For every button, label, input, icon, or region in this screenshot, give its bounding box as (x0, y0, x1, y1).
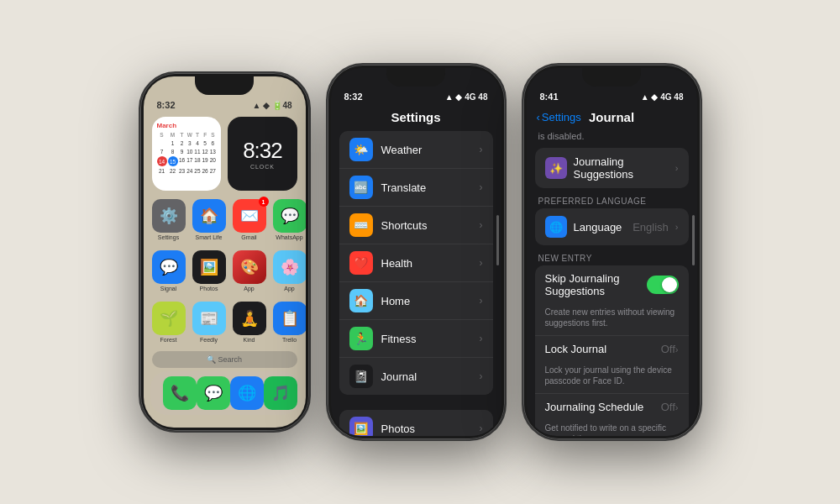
journal-section-1: ✨ Journaling Suggestions › (535, 148, 689, 188)
phone-2-screen: 8:32 ▲ ◆ 4G 48 Settings 🌤️ Weather › 🔤 (331, 68, 501, 436)
time-2: 8:32 (344, 92, 363, 102)
settings-row-translate[interactable]: 🔤 Translate › (339, 169, 493, 207)
status-icons-2: ▲ ◆ 4G 48 (445, 92, 488, 102)
fitness-label: Fitness (381, 333, 471, 345)
phone-3-screen: 8:41 ▲ ◆ 4G 48 ‹ Settings Journal is dis… (527, 68, 697, 436)
dock-messages-icon: 💬 (197, 376, 230, 410)
cal-col-s: S (157, 131, 167, 139)
settings-group-1: 🌤️ Weather › 🔤 Translate › ⌨️ Shortcuts … (339, 131, 493, 395)
app-forest-icon: 🌱 (152, 302, 186, 335)
app-art-icon: 🎨 (233, 250, 266, 284)
settings-row-shortcuts[interactable]: ⌨️ Shortcuts › (339, 207, 493, 244)
language-row[interactable]: 🌐 Language English › (535, 208, 689, 245)
lock-journal-value: Off (661, 343, 675, 355)
home-icon: 🏠 (349, 289, 373, 312)
journaling-schedule-sublabel: Get notified to write on a specific day … (545, 420, 679, 436)
health-icon: ❤️ (349, 251, 373, 275)
phone-1: 8:32 ▲ ◆ 🔋48 March S (139, 71, 311, 433)
app-grid-row3: 🌱 Forest 📰 Feedly 🧘 Kind 📋 Trello (144, 297, 306, 348)
health-label: Health (381, 257, 471, 270)
notch-3 (582, 68, 641, 87)
weather-label: Weather (381, 144, 471, 156)
shortcuts-icon: ⌨️ (349, 213, 373, 237)
translate-label: Translate (381, 181, 471, 194)
journaling-suggestions-icon: ✨ (545, 157, 567, 179)
app-kind[interactable]: 🧘 Kind (233, 302, 266, 343)
skip-suggestions-sublabel: Create new entries without viewing sugge… (545, 304, 679, 328)
journal-screen: 8:41 ▲ ◆ 4G 48 ‹ Settings Journal is dis… (527, 68, 697, 436)
language-label: Language (574, 221, 627, 234)
journaling-suggestions-row[interactable]: ✨ Journaling Suggestions › (535, 148, 689, 188)
photos-label: Photos (381, 423, 471, 435)
dock-messages[interactable]: 💬 (197, 376, 230, 410)
app-kind-icon: 🧘 (233, 302, 266, 335)
cal-col-t: T (179, 131, 186, 139)
back-arrow-icon: ‹ (537, 111, 540, 123)
settings-row-photos[interactable]: 🖼️ Photos › (339, 410, 493, 436)
phone-3: 8:41 ▲ ◆ 4G 48 ‹ Settings Journal is dis… (522, 63, 702, 441)
cal-col-f: F (202, 131, 208, 139)
settings-row-health[interactable]: ❤️ Health › (339, 244, 493, 282)
settings-group-2: 🖼️ Photos › 📷 Camera › 🎙️ Podcasts › (339, 410, 493, 436)
calendar-header: March (157, 122, 217, 129)
clock-label: Clock (250, 164, 275, 170)
app-photos-icon: 🖼️ (192, 250, 226, 284)
shortcuts-chevron: › (480, 219, 483, 231)
time-3: 8:41 (540, 92, 559, 102)
search-text: Search (218, 355, 242, 364)
new-entry-label: NEW ENTRY (527, 249, 697, 265)
app-gmail[interactable]: ✉️ 1 Gmail (233, 199, 266, 240)
journaling-schedule-row: Journaling Schedule Off › Get notified t… (535, 394, 689, 436)
language-chevron: › (675, 222, 679, 232)
app-forest[interactable]: 🌱 Forest (152, 302, 186, 343)
journal-chevron: › (480, 370, 483, 382)
app-signal[interactable]: 💬 Signal (152, 250, 186, 291)
calendar-month: March (157, 122, 177, 129)
back-button[interactable]: ‹ Settings (537, 111, 581, 123)
search-bar[interactable]: 🔍 Search (152, 351, 297, 368)
phones-container: 8:32 ▲ ◆ 🔋48 March S (130, 55, 711, 449)
app-grid-row2: 💬 Signal 🖼️ Photos 🎨 App 🌸 App (144, 245, 306, 297)
cal-col-w: W (186, 131, 193, 139)
app-smart-life-icon: 🏠 (192, 199, 226, 233)
dock-safari[interactable]: 🌐 (230, 376, 264, 410)
app-signal-icon: 💬 (152, 250, 186, 284)
clock-widget[interactable]: 8:32 Clock (228, 117, 297, 191)
translate-chevron: › (480, 181, 483, 193)
journal-label: Journal (381, 370, 471, 383)
settings-row-fitness[interactable]: 🏃 Fitness › (339, 320, 493, 358)
clock-time: 8:32 (243, 138, 282, 164)
app-photos[interactable]: 🖼️ Photos (192, 250, 226, 291)
app-settings[interactable]: ⚙️ Settings (152, 199, 186, 240)
photos-chevron: › (480, 423, 483, 434)
dock-phone[interactable]: 📞 (163, 376, 197, 410)
skip-suggestions-toggle[interactable] (647, 276, 679, 294)
app-flower[interactable]: 🌸 App (273, 250, 306, 291)
skip-suggestions-row: Skip Journaling Suggestions Create new e… (535, 265, 689, 336)
home-chevron: › (480, 295, 483, 307)
settings-row-weather[interactable]: 🌤️ Weather › (339, 131, 493, 169)
journaling-suggestions-chevron: › (675, 163, 679, 173)
cal-col-t2: T (194, 131, 201, 139)
health-chevron: › (480, 257, 483, 269)
lock-journal-chevron: › (675, 344, 679, 354)
app-settings-icon: ⚙️ (152, 199, 186, 233)
journaling-schedule-value: Off (661, 401, 675, 413)
home-screen: 8:32 ▲ ◆ 🔋48 March S (144, 76, 306, 415)
app-whatsapp[interactable]: 💬 WhatsApp (273, 199, 306, 240)
settings-row-home[interactable]: 🏠 Home › (339, 282, 493, 320)
dock-spotify[interactable]: 🎵 (264, 376, 297, 410)
widget-row: March S M T W T F S 1 2 (144, 113, 306, 194)
calendar-widget[interactable]: March S M T W T F S 1 2 (152, 117, 222, 191)
app-smart-life[interactable]: 🏠 Smart Life (192, 199, 226, 240)
weather-icon: 🌤️ (349, 138, 373, 161)
settings-row-journal[interactable]: 📓 Journal › (339, 358, 493, 395)
calendar-grid: S M T W T F S 1 2 3 4 5 (157, 131, 217, 175)
app-trello[interactable]: 📋 Trello (273, 302, 306, 343)
dock-spotify-icon: 🎵 (264, 376, 297, 410)
phone-2: 8:32 ▲ ◆ 4G 48 Settings 🌤️ Weather › 🔤 (326, 63, 507, 441)
app-feedly[interactable]: 📰 Feedly (192, 302, 226, 343)
fitness-icon: 🏃 (349, 327, 373, 350)
app-art[interactable]: 🎨 App (233, 250, 266, 291)
back-label: Settings (542, 111, 581, 123)
